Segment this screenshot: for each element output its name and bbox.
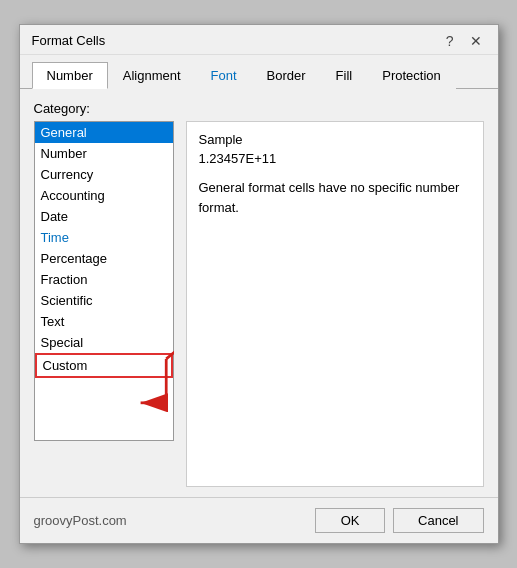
tab-border[interactable]: Border bbox=[252, 62, 321, 89]
cancel-button[interactable]: Cancel bbox=[393, 508, 483, 533]
title-bar: Format Cells ? ✕ bbox=[20, 25, 498, 55]
tab-protection[interactable]: Protection bbox=[367, 62, 456, 89]
title-controls: ? ✕ bbox=[442, 34, 486, 48]
description-text: General format cells have no specific nu… bbox=[199, 178, 471, 217]
category-listbox[interactable]: GeneralNumberCurrencyAccountingDateTimeP… bbox=[34, 121, 174, 441]
tab-number[interactable]: Number bbox=[32, 62, 108, 89]
list-item[interactable]: Time bbox=[35, 227, 173, 248]
footer-buttons: OK Cancel bbox=[315, 508, 483, 533]
help-button[interactable]: ? bbox=[442, 34, 458, 48]
list-item[interactable]: Text bbox=[35, 311, 173, 332]
tab-bar: Number Alignment Font Border Fill Protec… bbox=[20, 55, 498, 89]
ok-button[interactable]: OK bbox=[315, 508, 385, 533]
list-item[interactable]: General bbox=[35, 122, 173, 143]
list-item[interactable]: Date bbox=[35, 206, 173, 227]
main-area: GeneralNumberCurrencyAccountingDateTimeP… bbox=[34, 121, 484, 487]
sample-label: Sample bbox=[199, 132, 471, 147]
format-cells-dialog: Format Cells ? ✕ Number Alignment Font B… bbox=[19, 24, 499, 544]
brand-label: groovyPost.com bbox=[34, 513, 127, 528]
tab-font[interactable]: Font bbox=[196, 62, 252, 89]
dialog-title: Format Cells bbox=[32, 33, 106, 48]
dialog-body: Category: GeneralNumberCurrencyAccountin… bbox=[20, 89, 498, 497]
sample-value: 1.23457E+11 bbox=[199, 151, 471, 166]
footer: groovyPost.com OK Cancel bbox=[20, 497, 498, 543]
category-label: Category: bbox=[34, 101, 484, 116]
category-list-wrapper: GeneralNumberCurrencyAccountingDateTimeP… bbox=[34, 121, 174, 487]
list-scroll-area: GeneralNumberCurrencyAccountingDateTimeP… bbox=[34, 121, 174, 487]
list-item[interactable]: Number bbox=[35, 143, 173, 164]
right-panel: Sample 1.23457E+11 General format cells … bbox=[186, 121, 484, 487]
list-item[interactable]: Scientific bbox=[35, 290, 173, 311]
close-button[interactable]: ✕ bbox=[466, 34, 486, 48]
list-item[interactable]: Fraction bbox=[35, 269, 173, 290]
list-item[interactable]: Currency bbox=[35, 164, 173, 185]
list-item[interactable]: Accounting bbox=[35, 185, 173, 206]
list-item[interactable]: Special bbox=[35, 332, 173, 353]
tab-fill[interactable]: Fill bbox=[321, 62, 368, 89]
list-item[interactable]: Custom bbox=[35, 353, 173, 378]
list-item[interactable]: Percentage bbox=[35, 248, 173, 269]
tab-alignment[interactable]: Alignment bbox=[108, 62, 196, 89]
